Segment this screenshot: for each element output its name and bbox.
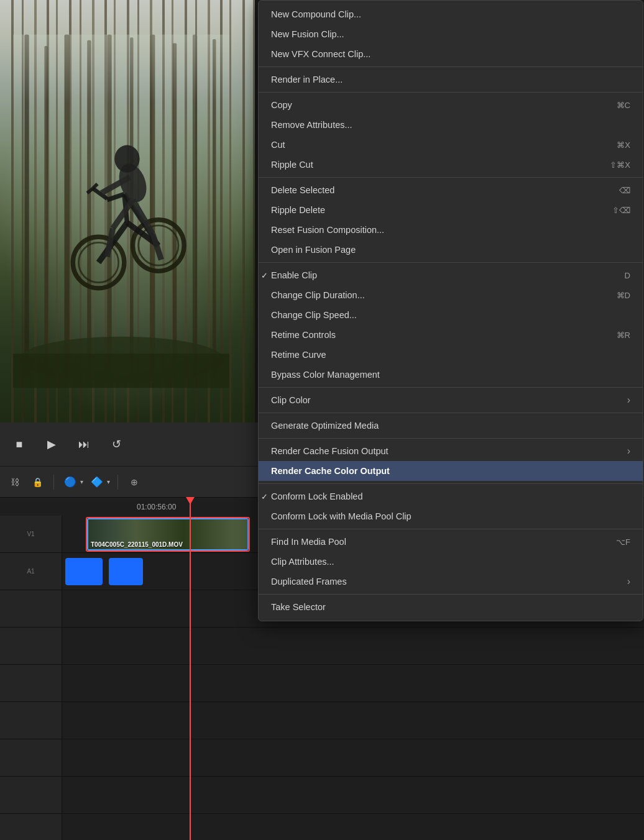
menu-label-bypass-color-management: Bypass Color Management [271,370,380,380]
skip-forward-button[interactable]: ⏭ [74,434,94,454]
shortcut-delete-selected: ⌫ [619,186,630,195]
track-row-empty-7 [0,814,644,840]
svg-rect-31 [13,35,230,103]
menu-item-enable-clip[interactable]: ✓Enable ClipD [259,265,643,285]
loop-button[interactable]: ↺ [106,434,126,454]
track-row-empty-5 [0,739,644,777]
menu-item-new-compound-clip[interactable]: New Compound Clip... [259,4,643,24]
menu-label-duplicated-frames: Duplicated Frames [271,577,347,587]
menu-item-find-in-media-pool[interactable]: Find In Media Pool⌥F [259,532,643,552]
track-row-empty-6 [0,777,644,814]
menu-item-take-selector[interactable]: Take Selector [259,597,643,617]
menu-item-clip-color[interactable]: Clip Color› [259,390,643,410]
track-label-empty-1 [0,590,62,627]
menu-label-retime-controls: Retime Controls [271,330,336,340]
clip-name-label: T004C005C_220115_001D.MOV [91,541,183,548]
menu-label-retime-curve: Retime Curve [271,350,326,360]
menu-item-bypass-color-management[interactable]: Bypass Color Management [259,365,643,385]
menu-label-render-cache-fusion-output: Render Cache Fusion Output [271,446,389,456]
menu-label-ripple-cut: Ripple Cut [271,160,313,170]
menu-label-render-in-place: Render in Place... [271,75,343,84]
menu-item-open-in-fusion-page[interactable]: Open in Fusion Page [259,240,643,260]
menu-item-render-in-place[interactable]: Render in Place... [259,70,643,89]
menu-item-cut[interactable]: Cut⌘X [259,135,643,155]
menu-item-change-clip-speed[interactable]: Change Clip Speed... [259,305,643,325]
shortcut-enable-clip: D [625,271,630,280]
track-label-empty-4 [0,702,62,739]
menu-item-generate-optimized-media[interactable]: Generate Optimized Media [259,416,643,436]
marker-dropdown-group: 🔵 ▾ [62,473,83,491]
menu-item-duplicated-frames[interactable]: Duplicated Frames› [259,572,643,591]
svg-point-12 [73,237,124,288]
menu-label-render-cache-color-output: Render Cache Color Output [271,466,390,476]
shortcut-retime-controls: ⌘R [617,331,630,340]
menu-label-clip-color: Clip Color [271,395,311,405]
marker-chevron[interactable]: ▾ [80,478,83,485]
separator-after-duplicated-frames [259,594,643,595]
svg-line-23 [93,184,97,188]
menu-label-find-in-media-pool: Find In Media Pool [271,537,346,547]
biker-silhouette [13,21,230,401]
menu-item-new-vfx-connect-clip[interactable]: New VFX Connect Clip... [259,44,643,64]
menu-item-render-cache-fusion-output[interactable]: Render Cache Fusion Output› [259,441,643,461]
separator-after-bypass-color-management [259,387,643,388]
link-button[interactable]: ⛓ [6,473,24,491]
menu-item-delete-selected[interactable]: Delete Selected⌫ [259,180,643,200]
track-label-empty-2 [0,628,62,664]
menu-label-remove-attributes: Remove Attributes... [271,120,352,130]
audio-track-label-1: A1 [0,553,62,590]
svg-rect-11 [13,354,230,388]
lock-button[interactable]: 🔒 [29,473,46,491]
flag-button[interactable]: 🔷 [88,473,106,491]
menu-item-ripple-delete[interactable]: Ripple Delete⇧⌫ [259,200,643,220]
menu-label-ripple-delete: Ripple Delete [271,205,325,215]
menu-label-new-fusion-clip: New Fusion Clip... [271,29,344,39]
shortcut-find-in-media-pool: ⌥F [616,537,630,547]
track-content-empty-2 [62,628,644,664]
menu-item-conform-lock-with-media-pool-clip[interactable]: Conform Lock with Media Pool Clip [259,506,643,526]
submenu-arrow-render-cache-fusion-output: › [627,445,630,457]
flag-dropdown-group: 🔷 ▾ [88,473,110,491]
track-label-empty-5 [0,739,62,776]
menu-item-retime-curve[interactable]: Retime Curve [259,345,643,365]
menu-item-render-cache-color-output[interactable]: Render Cache Color Output [259,461,643,481]
menu-label-conform-lock-with-media-pool-clip: Conform Lock with Media Pool Clip [271,511,412,521]
marker-button[interactable]: 🔵 [62,473,79,491]
play-button[interactable]: ▶ [42,434,62,454]
menu-label-reset-fusion-composition: Reset Fusion Composition... [271,225,384,235]
audio-clip-2[interactable] [109,558,143,585]
menu-item-retime-controls[interactable]: Retime Controls⌘R [259,325,643,345]
menu-item-copy[interactable]: Copy⌘C [259,95,643,115]
menu-item-conform-lock-enabled[interactable]: ✓Conform Lock Enabled [259,486,643,506]
svg-point-25 [114,145,139,173]
track-label-empty-3 [0,665,62,701]
playhead-triangle [186,497,195,504]
track-row-empty-2 [0,628,644,665]
timeline-clip-main[interactable]: T004C005C_220115_001D.MOV [87,518,249,550]
audio-clip-1[interactable] [65,558,103,585]
magnify-button[interactable]: ⊕ [126,473,143,491]
flag-chevron[interactable]: ▾ [107,478,110,485]
menu-label-take-selector: Take Selector [271,602,326,612]
menu-item-change-clip-duration[interactable]: Change Clip Duration...⌘D [259,285,643,305]
menu-label-new-vfx-connect-clip: New VFX Connect Clip... [271,49,370,59]
checkmark-enable-clip: ✓ [261,271,268,280]
shortcut-cut: ⌘X [617,140,630,150]
timecode-display: 01:00:56:00 [137,503,176,511]
menu-item-reset-fusion-composition[interactable]: Reset Fusion Composition... [259,220,643,240]
separator-after-clip-color [259,413,643,413]
menu-item-clip-attributes[interactable]: Clip Attributes... [259,552,643,572]
menu-label-enable-clip: Enable Clip [271,270,317,280]
stop-button[interactable]: ■ [9,434,29,454]
track-row-empty-3 [0,665,644,702]
clip-thumbnail: T004C005C_220115_001D.MOV [88,519,247,549]
menu-item-new-fusion-clip[interactable]: New Fusion Clip... [259,24,643,44]
submenu-arrow-clip-color: › [627,395,630,406]
menu-label-cut: Cut [271,140,285,150]
separator-after-new-vfx-connect-clip [259,66,643,67]
shortcut-ripple-delete: ⇧⌫ [612,206,630,215]
video-track-label: V1 [0,516,62,552]
checkmark-conform-lock-enabled: ✓ [261,492,268,501]
menu-item-remove-attributes[interactable]: Remove Attributes... [259,115,643,135]
menu-item-ripple-cut[interactable]: Ripple Cut⇧⌘X [259,155,643,175]
